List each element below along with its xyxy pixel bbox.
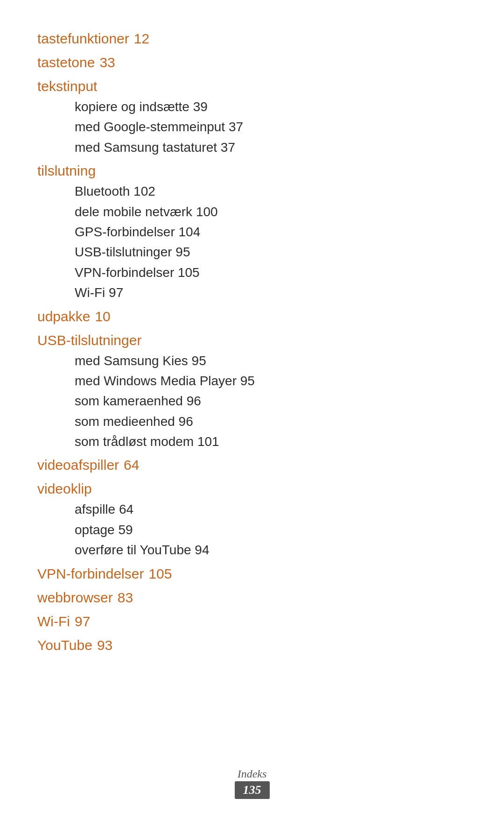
sub-line-5-0: med Samsung Kies 95 xyxy=(37,351,364,371)
index-entry-8: VPN-forbindelser105 xyxy=(37,563,364,584)
sub-text-5-1: med Windows Media Player 95 xyxy=(56,371,255,391)
footer-label: Indeks xyxy=(0,768,504,780)
sub-line-5-3: som medieenhed 96 xyxy=(37,411,364,431)
heading-line-10: Wi-Fi97 xyxy=(37,611,364,632)
index-entry-4: udpakke10 xyxy=(37,306,364,327)
index-entry-3: tilslutningBluetooth 102dele mobile netv… xyxy=(37,160,364,303)
index-heading-10: Wi-Fi xyxy=(37,611,70,632)
heading-page-4: 10 xyxy=(95,306,110,327)
index-heading-7: videoklip xyxy=(37,478,92,499)
sub-text-3-2: GPS-forbindelser 104 xyxy=(56,222,200,242)
index-heading-6: videoafspiller xyxy=(37,454,119,475)
sub-line-3-5: Wi-Fi 97 xyxy=(37,283,364,303)
heading-page-6: 64 xyxy=(124,454,139,475)
index-entry-0: tastefunktioner12 xyxy=(37,28,364,49)
index-heading-3: tilslutning xyxy=(37,160,96,181)
sub-text-5-2: som kameraenhed 96 xyxy=(56,391,201,411)
heading-page-9: 83 xyxy=(118,587,133,608)
footer: Indeks 135 xyxy=(0,768,504,799)
sub-line-2-2: med Samsung tastaturet 37 xyxy=(37,137,364,157)
index-heading-2: tekstinput xyxy=(37,76,97,97)
index-heading-0: tastefunktioner xyxy=(37,28,129,49)
sub-text-3-0: Bluetooth 102 xyxy=(56,181,155,201)
sub-text-3-4: VPN-forbindelser 105 xyxy=(56,262,200,283)
sub-line-5-1: med Windows Media Player 95 xyxy=(37,371,364,391)
footer-page: 135 xyxy=(235,781,270,799)
sub-text-2-2: med Samsung tastaturet 37 xyxy=(56,137,235,157)
sub-line-3-3: USB-tilslutninger 95 xyxy=(37,242,364,262)
sub-text-2-0: kopiere og indsætte 39 xyxy=(56,97,208,117)
index-entry-2: tekstinputkopiere og indsætte 39med Goog… xyxy=(37,76,364,157)
sub-text-3-1: dele mobile netværk 100 xyxy=(56,202,218,222)
sub-line-5-2: som kameraenhed 96 xyxy=(37,391,364,411)
heading-line-1: tastetone33 xyxy=(37,52,364,73)
sub-text-7-1: optage 59 xyxy=(56,520,133,540)
heading-line-7: videoklip xyxy=(37,478,364,499)
sub-line-7-1: optage 59 xyxy=(37,520,364,540)
index-heading-1: tastetone xyxy=(37,52,95,73)
heading-page-1: 33 xyxy=(99,52,115,73)
sub-text-7-0: afspille 64 xyxy=(56,499,133,519)
heading-line-6: videoafspiller64 xyxy=(37,454,364,475)
sub-text-5-4: som trådløst modem 101 xyxy=(56,431,219,452)
index-entry-7: videoklipafspille 64optage 59overføre ti… xyxy=(37,478,364,560)
heading-line-11: YouTube93 xyxy=(37,635,364,656)
heading-line-3: tilslutning xyxy=(37,160,364,181)
heading-line-8: VPN-forbindelser105 xyxy=(37,563,364,584)
sub-line-3-0: Bluetooth 102 xyxy=(37,181,364,201)
heading-page-10: 97 xyxy=(75,611,90,632)
sub-line-7-0: afspille 64 xyxy=(37,499,364,519)
sub-text-3-3: USB-tilslutninger 95 xyxy=(56,242,190,262)
sub-line-3-1: dele mobile netværk 100 xyxy=(37,202,364,222)
heading-line-2: tekstinput xyxy=(37,76,364,97)
index-heading-8: VPN-forbindelser xyxy=(37,563,144,584)
sub-line-3-4: VPN-forbindelser 105 xyxy=(37,262,364,283)
sub-line-2-1: med Google-stemmeinput 37 xyxy=(37,117,364,137)
sub-line-7-2: overføre til YouTube 94 xyxy=(37,540,364,560)
index-entry-1: tastetone33 xyxy=(37,52,364,73)
index-heading-9: webbrowser xyxy=(37,587,113,608)
index-entry-9: webbrowser83 xyxy=(37,587,364,608)
index-heading-4: udpakke xyxy=(37,306,90,327)
sub-text-3-5: Wi-Fi 97 xyxy=(56,283,123,303)
index-entry-6: videoafspiller64 xyxy=(37,454,364,475)
sub-text-5-0: med Samsung Kies 95 xyxy=(56,351,206,371)
heading-line-4: udpakke10 xyxy=(37,306,364,327)
sub-text-7-2: overføre til YouTube 94 xyxy=(56,540,209,560)
index-heading-11: YouTube xyxy=(37,635,92,656)
heading-line-5: USB-tilslutninger xyxy=(37,330,364,351)
heading-line-0: tastefunktioner12 xyxy=(37,28,364,49)
index-content: tastefunktioner12tastetone33tekstinputko… xyxy=(37,28,364,656)
index-entry-11: YouTube93 xyxy=(37,635,364,656)
heading-page-0: 12 xyxy=(134,28,149,49)
sub-line-2-0: kopiere og indsætte 39 xyxy=(37,97,364,117)
heading-page-8: 105 xyxy=(148,563,172,584)
heading-line-9: webbrowser83 xyxy=(37,587,364,608)
index-entry-5: USB-tilslutningermed Samsung Kies 95med … xyxy=(37,330,364,452)
index-entry-10: Wi-Fi97 xyxy=(37,611,364,632)
sub-text-2-1: med Google-stemmeinput 37 xyxy=(56,117,243,137)
sub-text-5-3: som medieenhed 96 xyxy=(56,411,193,431)
sub-line-3-2: GPS-forbindelser 104 xyxy=(37,222,364,242)
index-heading-5: USB-tilslutninger xyxy=(37,330,141,351)
heading-page-11: 93 xyxy=(97,635,112,656)
sub-line-5-4: som trådløst modem 101 xyxy=(37,431,364,452)
